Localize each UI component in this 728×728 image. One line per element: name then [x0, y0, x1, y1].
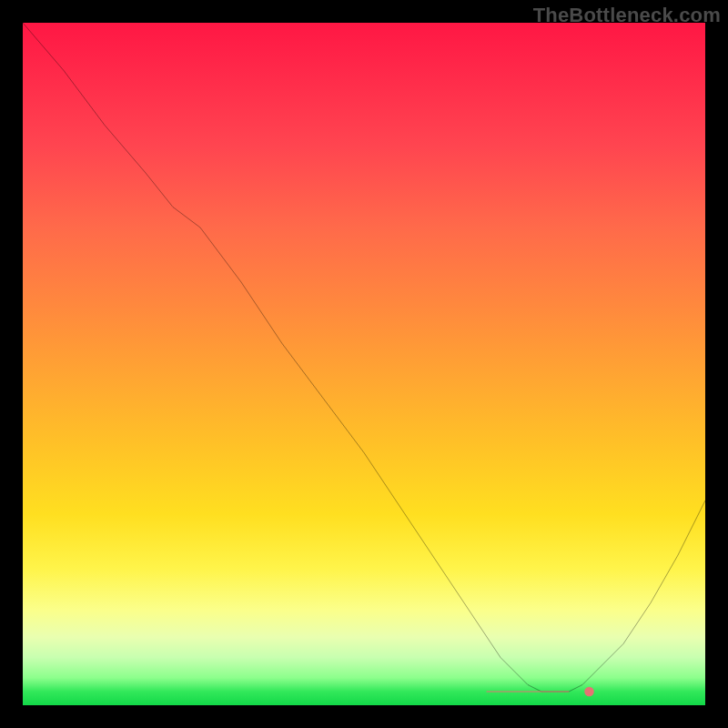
line-chart-svg: [23, 23, 705, 705]
plot-area: [23, 23, 705, 705]
frame-right: [705, 0, 728, 728]
chart-container: TheBottleneck.com: [0, 0, 728, 728]
watermark-text: TheBottleneck.com: [533, 4, 721, 27]
bottleneck-curve-path: [23, 23, 705, 692]
min-markers: [487, 687, 594, 697]
min-outlier-dot: [584, 687, 594, 697]
frame-left: [0, 0, 23, 728]
frame-bottom: [0, 705, 728, 728]
